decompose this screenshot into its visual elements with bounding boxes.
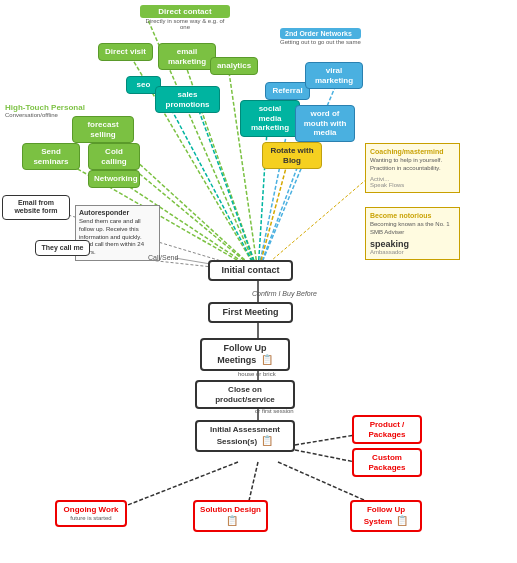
confirm-buy-label: Confirm I Buy Before	[252, 288, 317, 298]
initial-assessment-node: Initial Assessment Session(s) 📋	[195, 420, 295, 452]
callsend-label: Call/Send	[148, 252, 178, 262]
viral-marketing-node: viral marketing	[305, 62, 363, 89]
svg-line-23	[295, 450, 355, 462]
svg-line-10	[258, 153, 290, 272]
they-call-me-node: They call me	[35, 240, 90, 256]
follow-up-system-node: Follow Up System 📋	[350, 500, 422, 532]
house-brick-label: house or brick	[238, 368, 276, 378]
email-website-node: Email from website form	[2, 195, 70, 220]
word-of-mouth-node: word of mouth with media	[295, 105, 355, 142]
first-meeting-node: First Meeting	[208, 302, 293, 323]
initial-contact-node: Initial contact	[208, 260, 293, 281]
email-marketing-node: email marketing	[158, 43, 216, 70]
custom-packages-node: Custom Packages	[352, 448, 422, 477]
sales-promotions-node: sales promotions	[155, 86, 220, 113]
second-order-label: 2nd Order Networks Getting out to go out…	[280, 28, 361, 45]
direct-contact-label: Direct contact Directly in some way & e.…	[140, 5, 230, 30]
mindmap-canvas: Direct contact Directly in some way & e.…	[0, 0, 517, 563]
social-media-node: social media marketing	[240, 100, 300, 137]
rotate-blog-node: Rotate with Blog	[262, 142, 322, 169]
cold-calling-node: Cold calling	[88, 143, 140, 170]
first-session-label: or first session	[255, 405, 294, 415]
coaching-node: Coaching/mastermind Wanting to help in y…	[365, 143, 460, 193]
forecast-selling-node: forecast selling	[72, 116, 134, 143]
direct-visit-node: Direct visit	[98, 43, 153, 61]
send-seminars-node: Send seminars	[22, 143, 80, 170]
svg-line-25	[248, 462, 258, 505]
ongoing-work-node: Ongoing Work future is started	[55, 500, 127, 527]
svg-line-22	[295, 435, 355, 445]
svg-line-3	[228, 65, 258, 272]
follow-up-meetings-node: Follow Up Meetings 📋	[200, 338, 290, 371]
solution-design-node: Solution Design 📋	[193, 500, 268, 532]
svg-line-6	[258, 115, 268, 272]
networking-node: Networking	[88, 170, 140, 188]
connection-lines	[0, 0, 517, 563]
become-notorious-node: Become notorious Becoming known as the N…	[365, 207, 460, 260]
product-packages-node: Product / Packages	[352, 415, 422, 444]
analytics-node: analytics	[210, 57, 258, 75]
referral-node: Referral	[265, 82, 310, 100]
svg-line-17	[258, 172, 375, 272]
